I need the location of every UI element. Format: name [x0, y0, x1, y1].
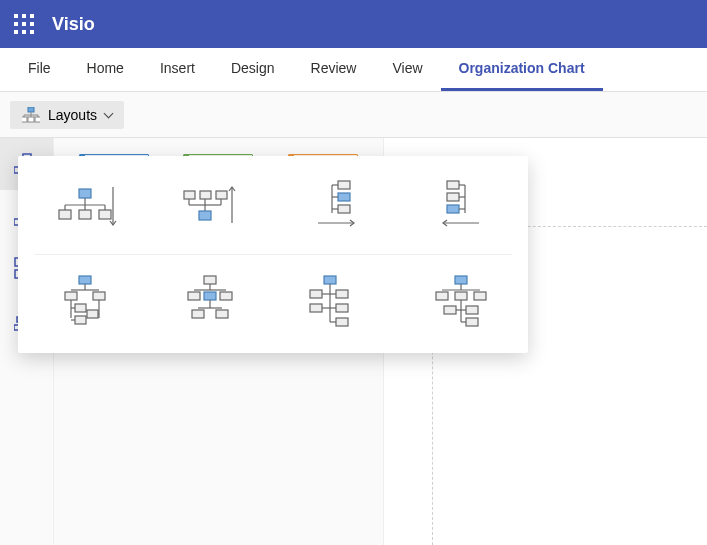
svg-rect-97 — [310, 304, 322, 312]
svg-rect-99 — [336, 304, 348, 312]
tab-insert[interactable]: Insert — [142, 48, 213, 91]
layouts-button[interactable]: Layouts — [10, 101, 124, 129]
tab-file[interactable]: File — [10, 48, 69, 91]
layout-option-hybrid-2[interactable] — [148, 259, 274, 345]
svg-rect-40 — [99, 210, 111, 219]
svg-rect-55 — [338, 193, 350, 201]
layout-option-horizontal-center-down[interactable] — [22, 164, 148, 250]
svg-rect-57 — [338, 205, 350, 213]
svg-rect-6 — [22, 117, 27, 122]
svg-rect-32 — [79, 189, 91, 198]
layout-option-hybrid-1[interactable] — [22, 259, 148, 345]
svg-rect-79 — [87, 310, 98, 318]
ribbon-tabs: File Home Insert Design Review View Orga… — [0, 48, 707, 92]
svg-rect-89 — [192, 310, 204, 318]
layout-option-side-by-side-center[interactable] — [399, 259, 525, 345]
svg-rect-103 — [455, 276, 467, 284]
titlebar: Visio — [0, 0, 707, 48]
tab-organization-chart[interactable]: Organization Chart — [441, 48, 603, 91]
tab-view[interactable]: View — [374, 48, 440, 91]
tab-review[interactable]: Review — [293, 48, 375, 91]
svg-rect-71 — [65, 292, 77, 300]
layout-option-side-by-side-left[interactable] — [273, 259, 399, 345]
ribbon-toolbar: Layouts — [0, 92, 707, 138]
tab-home[interactable]: Home — [69, 48, 142, 91]
svg-rect-107 — [455, 292, 467, 300]
svg-rect-43 — [200, 191, 211, 199]
svg-rect-110 — [444, 306, 456, 314]
svg-rect-77 — [75, 316, 86, 324]
svg-rect-42 — [184, 191, 195, 199]
svg-rect-101 — [336, 318, 348, 326]
svg-rect-65 — [447, 205, 459, 213]
svg-rect-90 — [216, 310, 228, 318]
svg-rect-112 — [466, 306, 478, 314]
layout-option-horizontal-right-up[interactable] — [148, 164, 274, 250]
svg-rect-75 — [75, 304, 86, 312]
app-title: Visio — [52, 14, 95, 35]
svg-rect-7 — [28, 117, 34, 122]
svg-rect-85 — [204, 292, 216, 300]
layouts-flyout — [18, 156, 528, 353]
svg-rect-81 — [204, 276, 216, 284]
svg-rect-91 — [324, 276, 336, 284]
svg-rect-93 — [310, 290, 322, 298]
layouts-button-label: Layouts — [48, 107, 97, 123]
svg-rect-8 — [35, 117, 40, 122]
svg-rect-106 — [436, 292, 448, 300]
app-launcher-icon[interactable] — [14, 14, 34, 34]
svg-rect-0 — [28, 107, 34, 112]
layout-option-vertical-left[interactable] — [273, 164, 399, 250]
svg-rect-84 — [188, 292, 200, 300]
svg-rect-39 — [79, 210, 91, 219]
svg-rect-95 — [336, 290, 348, 298]
svg-rect-114 — [466, 318, 478, 326]
svg-rect-68 — [79, 276, 91, 284]
svg-rect-50 — [199, 211, 211, 220]
svg-rect-63 — [447, 193, 459, 201]
svg-rect-72 — [93, 292, 105, 300]
layout-option-vertical-right[interactable] — [399, 164, 525, 250]
svg-rect-44 — [216, 191, 227, 199]
svg-rect-108 — [474, 292, 486, 300]
svg-rect-60 — [447, 181, 459, 189]
chevron-down-icon — [104, 108, 114, 118]
svg-rect-86 — [220, 292, 232, 300]
tab-design[interactable]: Design — [213, 48, 293, 91]
org-chart-icon — [22, 107, 40, 123]
svg-rect-52 — [338, 181, 350, 189]
svg-rect-38 — [59, 210, 71, 219]
